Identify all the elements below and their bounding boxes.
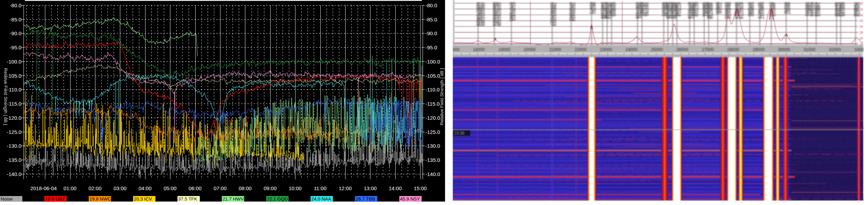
svg-text:Noise: Noise bbox=[1, 196, 13, 202]
svg-text:-85.0: -85.0 bbox=[10, 17, 21, 22]
svg-text:29000: 29000 bbox=[753, 47, 765, 52]
svg-text:25000: 25000 bbox=[651, 47, 663, 52]
svg-text:-140.0: -140.0 bbox=[425, 171, 440, 177]
svg-text:06:00: 06:00 bbox=[189, 185, 202, 191]
svg-text:-125.0: -125.0 bbox=[425, 129, 440, 135]
svg-text:-90.0: -90.0 bbox=[10, 30, 21, 36]
svg-text:-110.0: -110.0 bbox=[425, 87, 440, 92]
svg-text:11:00: 11:00 bbox=[314, 185, 326, 191]
svg-text:650805: 650805 bbox=[612, 2, 616, 17]
svg-text:-85.0: -85.0 bbox=[425, 17, 437, 22]
svg-text:01:00: 01:00 bbox=[64, 185, 77, 191]
svg-text:827210: 827210 bbox=[694, 2, 699, 17]
svg-text:20000: 20000 bbox=[524, 47, 536, 52]
svg-text:-95.0: -95.0 bbox=[10, 45, 21, 50]
svg-text:38: 38 bbox=[859, 19, 863, 22]
svg-text:10:00: 10:00 bbox=[289, 185, 302, 191]
svg-text:38: 38 bbox=[859, 25, 863, 28]
svg-text:4896759: 4896759 bbox=[709, 2, 714, 19]
svg-text:Relative Field Strength [ dB ]: Relative Field Strength [ dB ] bbox=[439, 68, 444, 125]
svg-text:14:00: 14:00 bbox=[389, 185, 402, 191]
svg-text:22000: 22000 bbox=[575, 47, 587, 52]
svg-text:05:00: 05:00 bbox=[163, 185, 177, 191]
svg-text:37.5 TFK: 37.5 TFK bbox=[178, 196, 197, 202]
svg-text:19.6 GBZ: 19.6 GBZ bbox=[45, 196, 65, 202]
svg-text:28000: 28000 bbox=[727, 47, 739, 52]
svg-text:-125.0: -125.0 bbox=[7, 129, 21, 135]
svg-text:04:00: 04:00 bbox=[139, 185, 152, 191]
svg-text:-90.0: -90.0 bbox=[425, 30, 437, 36]
svg-text:32000: 32000 bbox=[829, 47, 841, 52]
svg-text:99751: 99751 bbox=[592, 2, 596, 14]
svg-text:-130.0: -130.0 bbox=[425, 143, 440, 149]
svg-text:8480317: 8480317 bbox=[760, 2, 765, 19]
svg-text:9783774: 9783774 bbox=[739, 2, 744, 19]
svg-text:38: 38 bbox=[859, 7, 863, 11]
svg-text:19000: 19000 bbox=[498, 47, 510, 52]
svg-text:24,0 NAA: 24,0 NAA bbox=[311, 196, 331, 202]
svg-text:21000: 21000 bbox=[549, 47, 561, 52]
svg-text:07:00: 07:00 bbox=[214, 185, 227, 191]
svg-text:06067: 06067 bbox=[786, 2, 791, 14]
svg-text:477514: 477514 bbox=[677, 2, 682, 17]
svg-text:22,1 GQD: 22,1 GQD bbox=[267, 196, 288, 202]
svg-text:-120.0: -120.0 bbox=[425, 115, 440, 121]
svg-text:-80.0: -80.0 bbox=[10, 2, 21, 8]
svg-text:24000: 24000 bbox=[625, 47, 638, 52]
svg-text:2018-06-04: 2018-06-04 bbox=[30, 185, 57, 191]
svg-text:-105.0: -105.0 bbox=[425, 73, 440, 79]
svg-text:-105.0: -105.0 bbox=[7, 73, 21, 79]
svg-text:38: 38 bbox=[859, 13, 863, 17]
svg-text:-140.0: -140.0 bbox=[7, 171, 21, 177]
svg-text:-95.0: -95.0 bbox=[425, 45, 437, 50]
svg-text:21.7 HWV: 21.7 HWV bbox=[223, 196, 244, 202]
svg-text:27000: 27000 bbox=[702, 47, 714, 52]
svg-text:09:00: 09:00 bbox=[264, 185, 277, 191]
svg-text:17000: 17000 bbox=[453, 47, 460, 52]
svg-text:149615: 149615 bbox=[816, 2, 821, 17]
svg-text:-110.0: -110.0 bbox=[7, 87, 21, 92]
svg-text:393791: 393791 bbox=[644, 2, 649, 17]
svg-text:-135.0: -135.0 bbox=[7, 157, 21, 163]
svg-text:2893252385: 2893252385 bbox=[481, 2, 485, 26]
svg-text:18000: 18000 bbox=[473, 47, 485, 52]
svg-text:70250434: 70250434 bbox=[571, 2, 576, 21]
svg-text:03:00: 03:00 bbox=[114, 185, 127, 191]
svg-text:21116: 21116 bbox=[718, 2, 723, 13]
svg-text:23000: 23000 bbox=[600, 47, 612, 52]
svg-text:-115.0: -115.0 bbox=[425, 101, 440, 107]
svg-text:-120.0: -120.0 bbox=[7, 115, 21, 121]
svg-text:26.7 TBB: 26.7 TBB bbox=[356, 196, 375, 202]
svg-text:45.9 NSY: 45.9 NSY bbox=[400, 196, 420, 202]
svg-text:Relative Field Strength [ dB ]: Relative Field Strength [ dB ] bbox=[3, 68, 8, 125]
svg-text:33000: 33000 bbox=[855, 47, 864, 52]
svg-text:61281911: 61281911 bbox=[511, 2, 516, 21]
svg-text:31000: 31000 bbox=[803, 47, 815, 52]
svg-text:30000: 30000 bbox=[778, 47, 790, 52]
svg-text:-115.0: -115.0 bbox=[7, 101, 21, 107]
svg-text:606195: 606195 bbox=[841, 2, 846, 17]
svg-text:-100.0: -100.0 bbox=[7, 59, 21, 65]
svg-text:15:00: 15:00 bbox=[414, 185, 427, 191]
svg-text:039692: 039692 bbox=[750, 2, 755, 17]
svg-text:38: 38 bbox=[859, 30, 863, 34]
svg-text:3225782338: 3225782338 bbox=[497, 2, 502, 26]
svg-text:26000: 26000 bbox=[676, 47, 688, 52]
svg-text:38: 38 bbox=[859, 1, 863, 5]
svg-text:-100.0: -100.0 bbox=[425, 59, 440, 65]
svg-text:7885031915: 7885031915 bbox=[552, 2, 557, 26]
svg-text:38: 38 bbox=[859, 36, 863, 40]
svg-text:12:00: 12:00 bbox=[339, 185, 352, 191]
svg-text:02:00: 02:00 bbox=[88, 185, 102, 191]
svg-text:19,8 NWC: 19,8 NWC bbox=[89, 196, 111, 202]
svg-text:-130.0: -130.0 bbox=[7, 143, 21, 149]
svg-text:08:00: 08:00 bbox=[239, 185, 252, 191]
svg-text:23:38: 23:38 bbox=[454, 131, 464, 136]
svg-text:-80.0: -80.0 bbox=[425, 2, 437, 8]
svg-text:20,3 ICV: 20,3 ICV bbox=[134, 196, 152, 202]
svg-text:-135.0: -135.0 bbox=[425, 157, 440, 163]
svg-text:13:00: 13:00 bbox=[364, 185, 377, 191]
